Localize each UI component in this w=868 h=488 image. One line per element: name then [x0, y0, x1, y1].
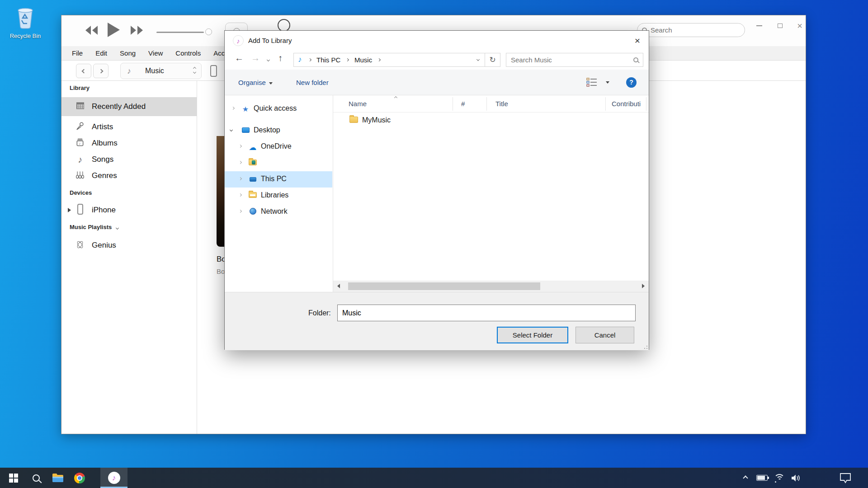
resize-grip[interactable]	[642, 343, 647, 349]
tree-item-desktop[interactable]: Desktop	[225, 122, 332, 139]
iphone-icon	[210, 65, 217, 77]
refresh-button[interactable]: ↻	[485, 53, 500, 67]
breadcrumb-chevron-icon[interactable]	[346, 58, 349, 61]
view-mode-button[interactable]	[586, 77, 597, 89]
taskbar-itunes[interactable]: ♪	[100, 468, 127, 488]
tray-show-hidden-icons[interactable]	[740, 468, 751, 488]
play-button[interactable]	[107, 22, 120, 38]
action-center-button[interactable]	[836, 468, 854, 488]
itunes-search-input[interactable]	[651, 26, 732, 34]
minimize-button[interactable]	[753, 20, 765, 32]
sidebar-item-genres[interactable]: Genres	[61, 168, 197, 184]
chevron-right-icon[interactable]	[231, 107, 235, 110]
select-folder-button[interactable]: Select Folder	[497, 327, 568, 343]
nav-back-button[interactable]: ←	[235, 53, 244, 63]
itunes-search-box[interactable]	[637, 23, 745, 37]
menu-song[interactable]: Song	[120, 49, 136, 57]
chevron-right-icon[interactable]	[239, 177, 242, 180]
folder-name-input[interactable]	[337, 305, 636, 321]
this-pc-icon	[248, 175, 257, 183]
scrollbar-thumb[interactable]	[348, 282, 540, 290]
sort-ascending-icon	[394, 96, 397, 99]
start-button[interactable]	[4, 468, 24, 488]
menu-edit[interactable]: Edit	[95, 49, 107, 57]
breadcrumb-music[interactable]: Music	[354, 56, 372, 64]
menu-view[interactable]: View	[148, 49, 163, 57]
address-bar[interactable]: ♪ This PC Music	[293, 53, 485, 67]
tray-volume[interactable]	[788, 468, 804, 488]
breadcrumb-chevron-icon[interactable]	[308, 58, 311, 61]
tree-item-onedrive[interactable]: ☁ OneDrive	[225, 139, 332, 155]
tree-item-libraries[interactable]: Libraries	[225, 188, 332, 204]
menu-controls[interactable]: Controls	[175, 49, 201, 57]
sidebar-item-artists[interactable]: Artists	[61, 119, 197, 135]
menu-file[interactable]: File	[72, 49, 83, 57]
tray-network[interactable]	[772, 468, 787, 488]
dialog-title-bar[interactable]: ♪ Add To Library ×	[225, 31, 649, 50]
new-folder-button[interactable]: New folder	[296, 70, 329, 95]
lcd-apple-logo	[278, 19, 290, 32]
tree-item-network[interactable]: Network	[225, 204, 332, 220]
tree-item-this-pc[interactable]: This PC	[225, 171, 332, 188]
fast-forward-button[interactable]	[130, 25, 143, 35]
windows-logo-icon	[9, 474, 18, 483]
chevron-right-icon[interactable]	[239, 210, 242, 213]
dialog-footer: Folder: Select Folder Cancel	[225, 292, 649, 350]
horizontal-scrollbar[interactable]	[333, 281, 649, 292]
device-button[interactable]	[205, 63, 222, 79]
breadcrumb-this-pc[interactable]: This PC	[316, 56, 340, 64]
taskbar-file-explorer[interactable]	[48, 468, 68, 488]
file-row-mymusic[interactable]: MyMusic	[333, 113, 649, 129]
volume-slider-thumb[interactable]	[205, 28, 212, 35]
breadcrumb-chevron-icon[interactable]	[377, 58, 381, 61]
tree-item-user-folder[interactable]	[225, 155, 332, 171]
sidebar-item-songs[interactable]: ♪ Songs	[61, 151, 197, 168]
dialog-search-box[interactable]	[506, 53, 643, 67]
tray-battery[interactable]	[754, 468, 769, 488]
view-dropdown-icon[interactable]	[606, 81, 609, 84]
forward-button[interactable]	[93, 64, 108, 78]
rewind-button[interactable]	[85, 25, 98, 35]
chevron-down-icon[interactable]	[116, 226, 119, 230]
expand-triangle-icon[interactable]	[68, 208, 71, 212]
chevron-right-icon[interactable]	[239, 145, 242, 148]
svg-text:♪: ♪	[79, 141, 81, 145]
column-title[interactable]: Title	[495, 100, 508, 108]
column-contributing[interactable]: Contributi	[612, 100, 641, 108]
sidebar-item-albums[interactable]: ♪ Albums	[61, 135, 197, 151]
sidebar-item-genius[interactable]: Genius	[61, 236, 197, 254]
albums-icon: ♪	[75, 138, 85, 149]
organise-menu[interactable]: Organise	[238, 70, 273, 95]
onedrive-cloud-icon: ☁	[248, 143, 257, 152]
column-number[interactable]: #	[461, 100, 465, 108]
chevron-down-icon[interactable]	[230, 128, 233, 131]
details-view-icon	[586, 77, 597, 87]
sidebar-item-iphone[interactable]: iPhone	[61, 201, 197, 219]
nav-history-chevron-icon[interactable]	[267, 58, 270, 61]
cancel-button[interactable]: Cancel	[576, 327, 634, 343]
dialog-close-button[interactable]: ×	[631, 34, 644, 47]
chevron-right-icon[interactable]	[239, 161, 242, 164]
library-selector[interactable]: ♪ Music	[120, 63, 202, 79]
nav-up-button[interactable]: ↑	[278, 53, 283, 63]
help-button[interactable]: ?	[626, 77, 637, 88]
speaker-icon	[791, 474, 801, 482]
tree-item-quick-access[interactable]: ★ Quick access	[225, 101, 332, 117]
album-art[interactable]	[217, 136, 225, 247]
address-dropdown-icon[interactable]	[476, 58, 480, 61]
volume-slider-track[interactable]	[156, 32, 204, 33]
sidebar-item-recently-added[interactable]: Recently Added	[61, 97, 197, 116]
scroll-left-icon[interactable]	[337, 284, 340, 288]
scroll-right-icon[interactable]	[642, 284, 645, 288]
nav-forward-button[interactable]: →	[251, 53, 260, 63]
back-button[interactable]	[76, 64, 91, 78]
column-name[interactable]: Name	[349, 100, 367, 108]
recycle-bin[interactable]: Recycle Bin	[8, 5, 42, 39]
add-to-library-dialog: ♪ Add To Library × ← → ↑ ♪ This PC Music…	[224, 30, 649, 350]
close-button[interactable]: ×	[793, 20, 806, 32]
maximize-button[interactable]	[774, 20, 786, 32]
chevron-right-icon[interactable]	[239, 193, 242, 197]
taskbar-chrome[interactable]	[70, 468, 90, 488]
dialog-search-input[interactable]	[511, 56, 633, 64]
taskbar-search-button[interactable]	[26, 468, 46, 488]
